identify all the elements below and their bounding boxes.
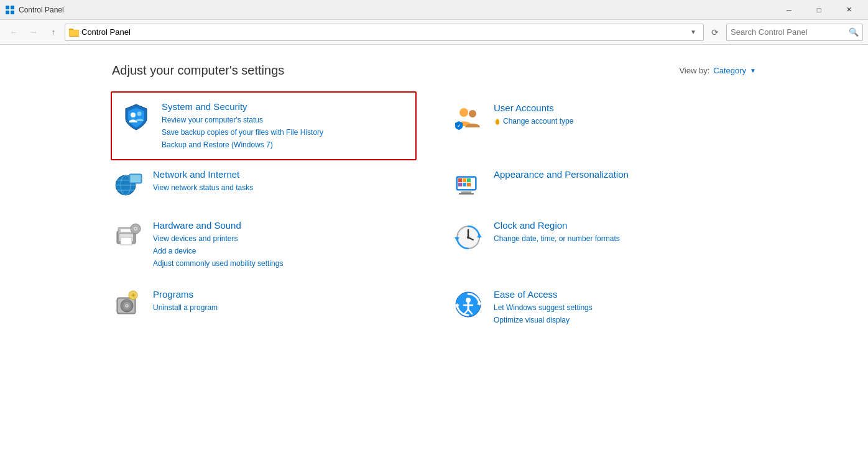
search-input[interactable] bbox=[731, 27, 846, 37]
network-link-1[interactable]: View network status and tasks bbox=[153, 182, 415, 193]
maximize-button[interactable]: □ bbox=[805, 0, 833, 20]
close-button[interactable]: ✕ bbox=[834, 0, 863, 20]
hardware-link-3[interactable]: Adjust commonly used mobility settings bbox=[153, 258, 415, 269]
svg-point-8 bbox=[131, 112, 136, 117]
category-programs: ✦ Programs Uninstall a program bbox=[112, 279, 415, 336]
page-title: Adjust your computer's settings bbox=[112, 63, 284, 78]
svg-rect-26 bbox=[463, 183, 466, 186]
title-controls: ─ □ ✕ bbox=[775, 0, 863, 20]
address-field[interactable]: Control Panel ▼ bbox=[65, 24, 704, 41]
back-button[interactable]: ← bbox=[5, 24, 22, 41]
svg-point-11 bbox=[469, 110, 476, 117]
ease-of-access-icon bbox=[453, 289, 484, 320]
svg-rect-29 bbox=[459, 193, 474, 195]
main-content: Adjust your computer's settings View by:… bbox=[0, 45, 868, 348]
system-security-link-2[interactable]: Save backup copies of your files with Fi… bbox=[162, 127, 407, 138]
programs-link-1[interactable]: Uninstall a program bbox=[153, 302, 415, 313]
category-appearance: Appearance and Personalization bbox=[453, 159, 756, 210]
svg-point-9 bbox=[137, 112, 142, 116]
svg-rect-27 bbox=[467, 183, 471, 186]
category-system-security: System and Security Review your computer… bbox=[111, 91, 417, 160]
category-ease-of-access-text: Ease of Access Let Windows suggest setti… bbox=[494, 289, 756, 326]
title-bar-left: Control Panel bbox=[5, 5, 64, 15]
svg-rect-3 bbox=[11, 11, 14, 14]
system-security-icon bbox=[121, 101, 152, 132]
address-text: Control Panel bbox=[81, 27, 685, 37]
svg-rect-25 bbox=[458, 183, 462, 186]
window-title: Control Panel bbox=[19, 6, 64, 14]
category-network-internet-text: Network and Internet View network status… bbox=[153, 169, 415, 193]
svg-rect-22 bbox=[458, 178, 462, 182]
svg-rect-24 bbox=[467, 178, 471, 182]
view-by-value[interactable]: Category bbox=[713, 66, 746, 75]
svg-point-50 bbox=[126, 305, 128, 307]
category-programs-title[interactable]: Programs bbox=[153, 289, 415, 300]
svg-rect-33 bbox=[121, 229, 132, 232]
category-hardware-sound-text: Hardware and Sound View devices and prin… bbox=[153, 220, 415, 269]
up-button[interactable]: ↑ bbox=[45, 24, 62, 41]
view-by-label: View by: bbox=[679, 66, 709, 75]
clock-region-icon bbox=[453, 220, 484, 251]
svg-rect-6 bbox=[69, 30, 79, 36]
network-internet-icon bbox=[112, 169, 143, 200]
hardware-link-2[interactable]: Add a device bbox=[153, 245, 415, 257]
category-system-security-text: System and Security Review your computer… bbox=[162, 101, 407, 150]
svg-point-42 bbox=[467, 236, 469, 239]
address-bar: ← → ↑ Control Panel ▼ ⟳ 🔍 bbox=[0, 20, 868, 45]
category-system-security-title[interactable]: System and Security bbox=[162, 101, 407, 112]
svg-rect-23 bbox=[463, 178, 466, 182]
category-programs-text: Programs Uninstall a program bbox=[153, 289, 415, 313]
hardware-sound-icon bbox=[112, 220, 143, 251]
svg-rect-34 bbox=[121, 237, 132, 245]
svg-rect-2 bbox=[6, 11, 9, 14]
title-bar: Control Panel ─ □ ✕ bbox=[0, 0, 868, 20]
category-hardware-sound: Hardware and Sound View devices and prin… bbox=[112, 210, 415, 279]
minimize-button[interactable]: ─ bbox=[775, 0, 803, 20]
control-panel-icon bbox=[5, 5, 15, 15]
category-ease-of-access-title[interactable]: Ease of Access bbox=[494, 289, 756, 300]
user-accounts-link-1[interactable]: Change account type bbox=[494, 116, 756, 127]
svg-rect-28 bbox=[461, 191, 471, 193]
category-user-accounts-title[interactable]: User Accounts bbox=[494, 103, 756, 113]
ease-link-1[interactable]: Let Windows suggest settings bbox=[494, 302, 756, 313]
system-security-link-1[interactable]: Review your computer's status bbox=[162, 114, 407, 126]
categories-grid: System and Security Review your computer… bbox=[112, 93, 756, 336]
hardware-link-1[interactable]: View devices and printers bbox=[153, 233, 415, 244]
user-accounts-icon: ✓ bbox=[453, 103, 484, 134]
folder-icon bbox=[69, 27, 79, 37]
address-chevron[interactable]: ▼ bbox=[687, 24, 699, 41]
category-user-accounts: ✓ User Accounts Change account type bbox=[453, 93, 756, 159]
svg-rect-19 bbox=[131, 175, 141, 182]
refresh-button[interactable]: ⟳ bbox=[706, 24, 724, 41]
chevron-down-icon[interactable]: ▼ bbox=[750, 67, 756, 74]
system-security-link-3[interactable]: Backup and Restore (Windows 7) bbox=[162, 139, 407, 150]
svg-rect-0 bbox=[6, 6, 9, 9]
category-hardware-sound-title[interactable]: Hardware and Sound bbox=[153, 220, 415, 231]
ease-link-2[interactable]: Optimize visual display bbox=[494, 314, 756, 326]
svg-point-37 bbox=[135, 228, 137, 230]
programs-icon: ✦ bbox=[112, 289, 143, 320]
appearance-icon bbox=[453, 169, 484, 200]
search-box[interactable]: 🔍 bbox=[726, 24, 863, 41]
category-clock-region-title[interactable]: Clock and Region bbox=[494, 220, 756, 231]
category-clock-region-text: Clock and Region Change date, time, or n… bbox=[494, 220, 756, 244]
view-by: View by: Category ▼ bbox=[679, 66, 756, 75]
search-icon[interactable]: 🔍 bbox=[849, 27, 859, 37]
forward-button[interactable]: → bbox=[25, 24, 42, 41]
category-network-internet: Network and Internet View network status… bbox=[112, 159, 415, 210]
category-clock-region: Clock and Region Change date, time, or n… bbox=[453, 210, 756, 279]
svg-rect-1 bbox=[11, 6, 14, 9]
category-ease-of-access: Ease of Access Let Windows suggest setti… bbox=[453, 279, 756, 336]
svg-text:✦: ✦ bbox=[131, 292, 136, 299]
category-network-internet-title[interactable]: Network and Internet bbox=[153, 169, 415, 180]
clock-link-1[interactable]: Change date, time, or number formats bbox=[494, 233, 756, 244]
category-appearance-text: Appearance and Personalization bbox=[494, 169, 756, 182]
category-appearance-title[interactable]: Appearance and Personalization bbox=[494, 169, 756, 180]
category-user-accounts-text: User Accounts Change account type bbox=[494, 103, 756, 127]
svg-text:✓: ✓ bbox=[457, 124, 461, 128]
svg-point-10 bbox=[459, 108, 468, 117]
page-header: Adjust your computer's settings View by:… bbox=[112, 63, 756, 78]
